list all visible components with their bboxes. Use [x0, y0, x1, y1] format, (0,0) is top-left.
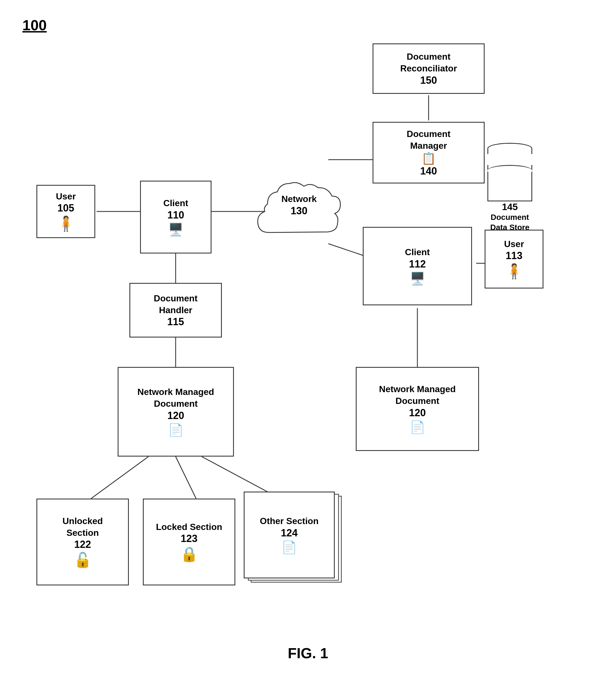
nmd-120-left-num: 120: [167, 410, 184, 422]
user-105-box: User 105 🧍: [37, 185, 95, 238]
unlocked-122-box: UnlockedSection 122 🔓: [37, 499, 129, 586]
client-112-box: Client 112 🖥️: [363, 227, 472, 305]
diagram-number: 100: [22, 17, 47, 34]
monitor-icon-110: 🖥️: [168, 222, 183, 237]
user-113-box: User 113 🧍: [485, 230, 544, 288]
user-105-num: 105: [58, 202, 74, 214]
locked-123-label: Locked Section: [156, 521, 222, 533]
client-110-num: 110: [167, 209, 184, 221]
doc-handler-115-box: DocumentHandler 115: [129, 283, 222, 337]
doc-handler-num: 115: [167, 316, 184, 328]
other-124-num: 124: [281, 527, 298, 539]
user-105-label: User: [56, 191, 75, 202]
unlocked-122-label: UnlockedSection: [63, 515, 103, 538]
doc-handler-label: DocumentHandler: [154, 293, 197, 316]
doc-manager-140-box: DocumentManager 📋 140: [373, 122, 485, 183]
client-112-label: Client: [405, 246, 430, 258]
network-130-cloud: Network 130: [252, 171, 346, 249]
unlocked-122-num: 122: [74, 538, 91, 550]
svg-line-7: [91, 457, 149, 499]
doc-reconciliator-num: 150: [420, 74, 437, 86]
person-icon-105: 🧍: [57, 215, 75, 232]
fig-label: FIG. 1: [288, 645, 328, 662]
nmd-120-right-box: Network ManagedDocument 120 📄: [356, 367, 479, 451]
network-130-label: Network: [281, 194, 316, 204]
doc-reconciliator-label: DocumentReconciliator: [400, 51, 457, 74]
network-130-num: 130: [290, 205, 307, 217]
doc-icon-120-right: 📄: [410, 420, 425, 435]
other-section-icon: 📄: [282, 540, 297, 555]
locked-123-box: Locked Section 123 🔒: [143, 499, 235, 586]
doc-manager-label: DocumentManager: [407, 128, 450, 152]
nmd-120-left-box: Network ManagedDocument 120 📄: [118, 367, 234, 457]
client-110-label: Client: [163, 197, 188, 209]
other-124-box: Other Section 124 📄: [244, 491, 350, 586]
doc-reconciliator-150-box: DocumentReconciliator 150: [373, 43, 485, 94]
locked-icon: 🔒: [180, 546, 198, 563]
user-113-label: User: [504, 238, 524, 250]
doc-manager-icon: 📋: [421, 152, 436, 165]
client-110-box: Client 110 🖥️: [140, 181, 212, 253]
user-113-num: 113: [506, 250, 523, 262]
monitor-icon-112: 🖥️: [410, 271, 425, 286]
nmd-120-left-label: Network ManagedDocument: [137, 386, 214, 410]
client-112-num: 112: [409, 258, 426, 270]
doc-datastore-num: 145: [502, 201, 518, 212]
nmd-120-right-label: Network ManagedDocument: [379, 383, 456, 407]
diagram-container: 100 User 105 🧍 Client: [0, 0, 616, 684]
person-icon-113: 🧍: [505, 263, 523, 280]
svg-line-8: [176, 457, 196, 499]
nmd-120-right-num: 120: [409, 407, 426, 419]
doc-icon-120-left: 📄: [168, 423, 183, 437]
unlocked-icon: 🔓: [74, 552, 92, 569]
locked-123-num: 123: [181, 533, 197, 545]
doc-datastore-145-box: 145 DocumentData Store: [487, 143, 532, 233]
other-124-label: Other Section: [260, 515, 319, 527]
doc-manager-num: 140: [420, 165, 437, 177]
